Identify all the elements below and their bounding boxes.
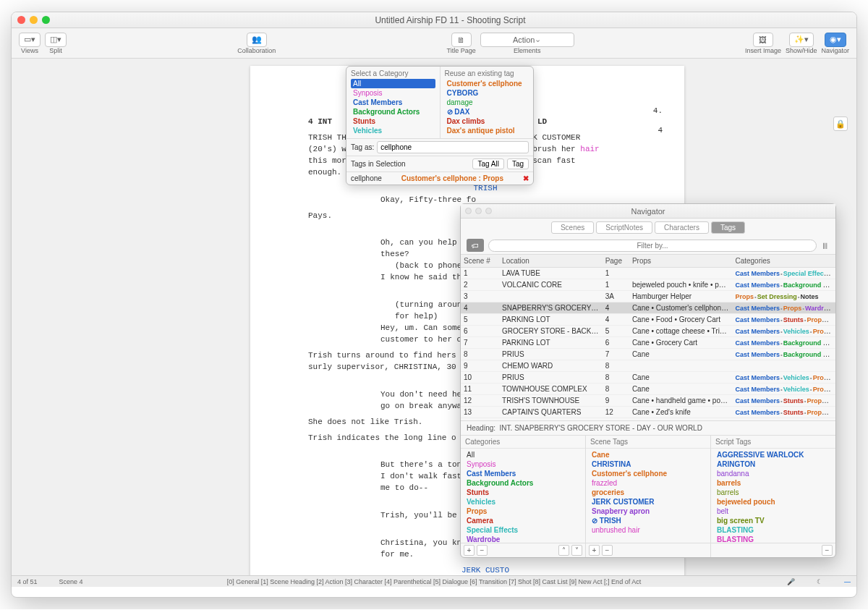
table-header[interactable]: Props [629,255,733,268]
list-item[interactable]: big screen TV [715,516,831,525]
mic-icon[interactable]: 🎤 [787,578,795,585]
list-item[interactable]: groceries [590,488,706,497]
navigator-titlebar: Navigator [461,204,835,219]
collapse-icon[interactable]: — [844,578,851,585]
tag-button[interactable]: Tag [507,158,529,169]
tag-existing-item[interactable]: Dax's antique pistol [445,126,529,135]
close-window-button[interactable] [17,16,25,24]
tag-existing-item[interactable]: ⊘ DAX [445,107,529,117]
show-hide-button[interactable]: ✨▾ [789,33,814,47]
collaboration-button[interactable]: 👥 [247,33,267,47]
tag-panel: Select a Category AllSynposisCast Member… [346,66,534,185]
navigator-tab[interactable]: Scenes [551,221,594,234]
list-item[interactable]: Synposis [465,459,581,469]
tag-existing-item[interactable]: Dax climbs [445,117,529,126]
columns-icon[interactable]: ⫼ [821,240,830,250]
insert-image-button[interactable]: 🖼 [753,33,773,47]
list-item[interactable]: Props [465,507,581,516]
minimize-window-button[interactable] [30,16,38,24]
list-item[interactable]: Cane [590,450,706,459]
table-row[interactable]: 4SNAPBERRY'S GROCERY ST…4Cane • Customer… [461,302,835,314]
list-item[interactable]: Special Effects [465,525,581,535]
table-row[interactable]: 9CHEMO WARD8 [461,360,835,372]
title-page-button[interactable]: 🗎 [451,33,472,47]
table-row[interactable]: 2VOLCANIC CORE1bejeweled pouch • knife •… [461,279,835,291]
tag-as-input[interactable] [377,141,529,153]
tag-category-item[interactable]: All [351,79,435,88]
lock-icon[interactable]: 🔒 [833,117,848,131]
table-header[interactable]: Location [499,255,603,268]
list-item[interactable]: Snapberry apron [590,507,706,516]
list-item[interactable]: BLASTING [715,525,831,535]
views-button[interactable]: ▭▾ [19,33,41,47]
list-item[interactable]: ARINGTON [715,459,831,469]
tag-existing-item[interactable]: CYBORG [445,88,529,98]
tag-category-item[interactable]: Stunts [351,117,435,126]
list-item[interactable]: barrels [715,478,831,488]
table-header[interactable]: Categories [732,255,835,268]
list-item[interactable]: Wardrobe [465,535,581,543]
navigator-filter-input[interactable] [488,240,817,252]
table-row[interactable]: 6GROCERY STORE - BACK OF…5Cane • cottage… [461,326,835,337]
remove-scene-tag-button[interactable]: − [602,545,613,556]
navigator-table[interactable]: Scene #LocationPagePropsCategories1LAVA … [461,255,835,421]
tag-category-item[interactable]: Background Actors [351,107,435,117]
maximize-window-button[interactable] [42,16,50,24]
list-item[interactable]: CHRISTINA [590,459,706,469]
down-button[interactable]: ˅ [571,545,582,556]
list-item[interactable]: frazzled [590,478,706,488]
list-item[interactable]: bejeweled pouch [715,497,831,507]
page-number: 4. [653,106,663,117]
remove-script-tag-button[interactable]: − [822,545,833,556]
status-bar: 4 of 51 Scene 4 [0] General [1] Scene He… [12,575,856,587]
table-header[interactable]: Scene # [461,255,499,268]
tag-all-button[interactable]: Tag All [472,158,503,169]
list-item[interactable]: Background Actors [465,478,581,488]
list-item[interactable]: unbrushed hair [590,525,706,535]
table-row[interactable]: 8PRIUS7CaneCast Members•Background Actor… [461,349,835,360]
list-item[interactable]: belt [715,507,831,516]
table-row[interactable]: 11TOWNHOUSE COMPLEX8CaneCast Members•Veh… [461,384,835,395]
table-header[interactable]: Page [603,255,629,268]
element-select[interactable]: Action ⌄ [480,33,574,47]
table-row[interactable]: 10PRIUS8CaneCast Members•Vehicles•Props•… [461,372,835,384]
table-row[interactable]: 13CAPTAIN'S QUARTERS12Cane • Zed's knife… [461,407,835,418]
table-row[interactable]: 33AHamburger HelperProps•Set Dressing•No… [461,291,835,302]
list-item[interactable]: Cast Members [465,469,581,478]
remove-category-button[interactable]: − [477,545,488,556]
add-category-button[interactable]: + [464,545,475,556]
navigator-tab[interactable]: Tags [711,221,745,234]
status-shortcuts: [0] General [1] Scene Heading [2] Action… [227,578,641,585]
list-item[interactable]: barrels [715,488,831,497]
tag-existing-item[interactable]: damage [445,98,529,107]
tag-category-item[interactable]: Vehicles [351,126,435,135]
tag-category-item[interactable]: Synposis [351,88,435,98]
list-item[interactable]: AGGRESSIVE WARLOCK [715,450,831,459]
list-item[interactable]: All [465,450,581,459]
up-button[interactable]: ˄ [558,545,569,556]
add-scene-tag-button[interactable]: + [589,545,600,556]
list-item[interactable]: JERK CUSTOMER [590,497,706,507]
remove-tag-icon[interactable]: ✖ [523,174,529,182]
list-item[interactable]: ⊘ TRISH [590,516,706,525]
list-item[interactable]: BLASTING [715,535,831,543]
tag-category-item[interactable]: Cast Members [351,98,435,107]
navigator-tab[interactable]: ScriptNotes [596,221,652,234]
navigator-tab[interactable]: Characters [655,221,709,234]
navigator-button[interactable]: ◉▾ [825,33,846,47]
table-row[interactable]: 7PARKING LOT6Cane • Grocery CartCast Mem… [461,337,835,349]
list-item[interactable]: Vehicles [465,497,581,507]
split-button[interactable]: ◫▾ [45,33,67,47]
status-page: 4 of 51 [17,578,38,585]
list-item[interactable]: Camera [465,516,581,525]
tag-existing-item[interactable]: Customer's cellphone [445,79,529,88]
table-row[interactable]: 5PARKING LOT4Cane • Food • Grocery CartC… [461,314,835,326]
list-item[interactable]: Customer's cellphone [590,469,706,478]
scene-number-right: 4 [658,125,663,137]
tag-mode-button[interactable]: 🏷 [467,239,484,252]
list-item[interactable]: Stunts [465,488,581,497]
list-item[interactable]: bandanna [715,469,831,478]
table-row[interactable]: 1LAVA TUBE1Cast Members•Special Effects•… [461,268,835,279]
night-mode-icon[interactable]: ☾ [817,578,822,585]
table-row[interactable]: 12TRISH'S TOWNHOUSE9Cane • handheld game… [461,395,835,407]
